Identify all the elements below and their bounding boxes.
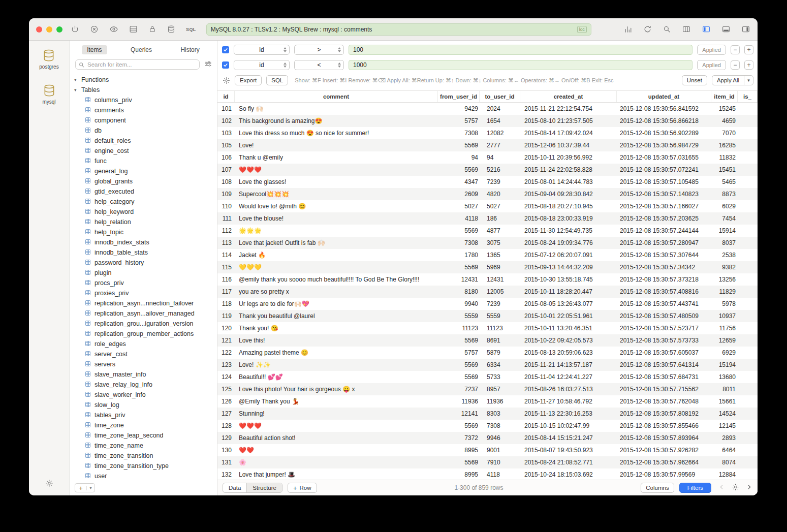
sidebar-table-item[interactable]: servers	[70, 359, 217, 369]
table-row[interactable]: 102This background is amazing😍5757165420…	[217, 115, 758, 127]
table-row[interactable]: 131🌸556979102015-08-24 21:08:52.7712015-…	[217, 456, 758, 468]
remove-filter-button[interactable]: −	[731, 60, 740, 70]
disconnect-icon[interactable]	[90, 25, 99, 34]
add-filter-button[interactable]: +	[744, 60, 753, 70]
column-header-id[interactable]: id	[217, 91, 235, 102]
sidebar-table-item[interactable]: slave_worker_info	[70, 390, 217, 400]
tab-history[interactable]: History	[175, 45, 204, 54]
minimize-window-button[interactable]	[46, 26, 52, 33]
columns-layout-icon[interactable]	[682, 25, 691, 34]
sidebar-table-item[interactable]: user	[70, 471, 217, 480]
settings-gear-icon[interactable]	[45, 479, 53, 489]
filter-applied-button[interactable]: Applied	[697, 45, 726, 55]
sidebar-table-item[interactable]: help_category	[70, 197, 217, 207]
columns-button[interactable]: Columns	[641, 483, 674, 493]
sidebar-table-item[interactable]: slow_log	[70, 400, 217, 410]
filter-operator-select[interactable]: <	[294, 60, 344, 70]
table-row[interactable]: 122Amazing pastel theme 😊575758792015-08…	[217, 347, 758, 359]
sidebar-table-item[interactable]: slave_relay_log_info	[70, 380, 217, 390]
sidebar-table-item[interactable]: help_topic	[70, 227, 217, 237]
sidebar-table-item[interactable]: time_zone_leap_second	[70, 430, 217, 441]
tab-queries[interactable]: Queries	[125, 45, 157, 54]
table-row[interactable]: 110Would love to! @mith 😊502750272015-08…	[217, 200, 758, 212]
toggle-bottom-panel-icon[interactable]	[721, 25, 731, 34]
sidebar-table-item[interactable]: role_edges	[70, 339, 217, 349]
sidebar-table-item[interactable]: general_log	[70, 166, 217, 176]
eye-icon[interactable]	[109, 25, 118, 34]
toggle-right-panel-icon[interactable]	[741, 25, 750, 34]
table-rows-icon[interactable]	[129, 25, 138, 34]
sidebar-table-item[interactable]: innodb_index_stats	[70, 237, 217, 247]
table-row[interactable]: 121Love this!556986912015-10-22 09:42:05…	[217, 334, 758, 347]
sidebar-table-item[interactable]: replication_asyn...ailover_managed	[70, 308, 217, 319]
sidebar-table-item[interactable]: replication_asyn...nnection_failover	[70, 298, 217, 308]
sidebar-table-item[interactable]: component	[70, 115, 217, 126]
sidebar-table-item[interactable]: slave_master_info	[70, 369, 217, 380]
table-row[interactable]: 113Love that jacket! Outfit is fab 🙌🏻730…	[217, 237, 758, 249]
sidebar-table-item[interactable]: engine_cost	[70, 146, 217, 156]
close-window-button[interactable]	[36, 26, 42, 33]
sidebar-table-item[interactable]: global_grants	[70, 176, 217, 186]
sidebar-table-item[interactable]: replication_group_member_actions	[70, 329, 217, 339]
filter-column-select[interactable]: id	[234, 60, 290, 70]
table-row[interactable]: 123Love! ✨✨556963342015-11-21 14:13:57.1…	[217, 359, 758, 371]
chart-icon[interactable]	[624, 25, 633, 34]
sidebar-table-item[interactable]: db	[70, 126, 217, 136]
column-header-from_user_id[interactable]: from_user_id	[438, 91, 480, 102]
table-row[interactable]: 127Stunning!1214183032015-11-13 22:30:16…	[217, 408, 758, 420]
sidebar-table-item[interactable]: password_history	[70, 258, 217, 268]
add-row-button[interactable]: + Row	[288, 483, 317, 493]
table-row[interactable]: 130❤️❤️899590012015-08-07 19:43:50.92320…	[217, 444, 758, 456]
lock-icon[interactable]	[148, 25, 156, 34]
connection-postgres[interactable]: postgres	[39, 49, 58, 70]
sidebar-section-functions[interactable]: ▾Functions	[70, 75, 217, 85]
table-row[interactable]: 119Thank you beautiful @laurel5559555920…	[217, 310, 758, 322]
table-row[interactable]: 128❤️❤️❤️556973082015-10-15 10:02:47.992…	[217, 420, 758, 432]
connection-mysql[interactable]: mysql	[42, 84, 55, 105]
table-row[interactable]: 108Love the glasses!434772392015-08-01 1…	[217, 176, 758, 188]
unset-button[interactable]: Unset	[682, 75, 707, 85]
table-row[interactable]: 116@emily thank you soooo much beautiful…	[217, 273, 758, 286]
column-header-to_user_id[interactable]: to_user_id	[480, 91, 520, 102]
remove-filter-button[interactable]: −	[731, 45, 740, 54]
add-filter-button[interactable]: +	[744, 45, 753, 54]
sidebar-table-item[interactable]: server_cost	[70, 349, 217, 359]
sidebar-table-item[interactable]: tables_priv	[70, 410, 217, 420]
page-settings-gear-icon[interactable]	[732, 483, 739, 493]
sidebar-table-item[interactable]: plugin	[70, 268, 217, 278]
export-button[interactable]: Export	[235, 75, 262, 85]
table-row[interactable]: 120Thank you! 😘11123111232015-10-11 13:2…	[217, 322, 758, 334]
prev-page-icon[interactable]	[718, 483, 725, 492]
filter-value-input[interactable]	[349, 45, 692, 55]
table-row[interactable]: 126@Emily Thank you 💃11936119362015-11-2…	[217, 395, 758, 408]
table-row[interactable]: 117you are so pretty x8180120052015-10-1…	[217, 286, 758, 298]
database-icon[interactable]	[167, 25, 175, 34]
table-row[interactable]: 118Ur legs are to die for🙌🏻💖994072392015…	[217, 298, 758, 310]
table-row[interactable]: 114Jacket 🔥178013652015-07-12 06:20:07.0…	[217, 249, 758, 261]
sidebar-table-item[interactable]: columns_priv	[70, 95, 217, 105]
search-input[interactable]	[75, 59, 200, 70]
search-icon[interactable]	[663, 25, 671, 34]
sidebar-table-item[interactable]: time_zone_name	[70, 441, 217, 451]
add-item-menu-button[interactable]: ▾	[86, 486, 95, 490]
sidebar-table-item[interactable]: gtid_executed	[70, 186, 217, 197]
table-row[interactable]: 107❤️❤️❤️556952162015-11-24 22:02:58.828…	[217, 164, 758, 176]
filter-enabled-checkbox[interactable]	[222, 46, 229, 53]
table-row[interactable]: 112🌟🌟🌟556948772015-11-30 12:54:49.735201…	[217, 225, 758, 237]
sidebar-table-item[interactable]: comments	[70, 105, 217, 115]
sidebar-table-item[interactable]: replication_grou...iguration_version	[70, 319, 217, 329]
table-row[interactable]: 124Beautiful!! 💕💕556957332015-11-04 12:2…	[217, 371, 758, 383]
table-row[interactable]: 106Thank u @emily94942015-10-11 20:39:56…	[217, 151, 758, 164]
add-item-button[interactable]: +	[75, 484, 86, 492]
sidebar-table-item[interactable]: time_zone_transition	[70, 451, 217, 461]
table-row[interactable]: 132Love that jumper! 🎩899541182015-10-24…	[217, 468, 758, 480]
table-row[interactable]: 129Beautiful action shot!737299462015-08…	[217, 432, 758, 444]
connect-icon[interactable]	[71, 25, 79, 34]
table-row[interactable]: 125Love this photo! Your hair is gorgeou…	[217, 383, 758, 395]
column-header-item_id[interactable]: item_id	[711, 91, 738, 102]
refresh-icon[interactable]	[643, 25, 652, 34]
filter-value-input[interactable]	[349, 60, 692, 70]
column-header-is_[interactable]: is_	[738, 91, 758, 102]
zoom-window-button[interactable]	[56, 26, 62, 33]
sidebar-table-item[interactable]: time_zone	[70, 420, 217, 430]
